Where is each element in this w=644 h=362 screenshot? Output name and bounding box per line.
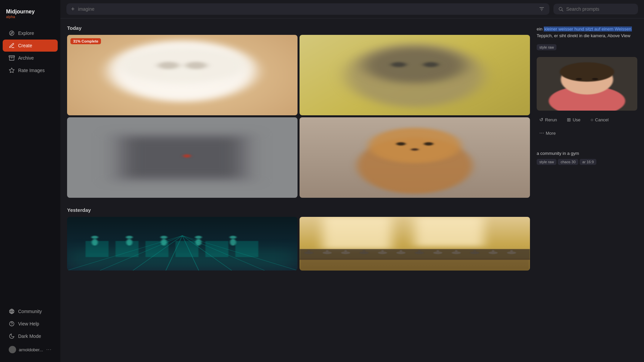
more-icon: ⋯ xyxy=(539,130,544,136)
yesterday-tag: style raw xyxy=(537,159,556,165)
more-button[interactable]: ⋯ More xyxy=(537,129,558,137)
yesterday-image-2[interactable] xyxy=(300,217,530,270)
logo: Midjourney alpha xyxy=(6,9,35,19)
help-circle-icon xyxy=(9,321,15,327)
sidebar-item-rate[interactable]: Rate Images xyxy=(3,64,58,76)
filter-icon xyxy=(539,6,545,12)
search-input[interactable] xyxy=(566,6,633,12)
sidebar-item-explore[interactable]: Explore xyxy=(3,27,58,39)
logo-area: Midjourney alpha xyxy=(0,5,60,27)
svg-point-5 xyxy=(9,309,14,314)
content-area: Today 31% Complete xyxy=(60,18,644,362)
nav-label-create: Create xyxy=(18,43,32,48)
nav-label-archive: Archive xyxy=(18,55,34,61)
sidebar-bottom: Community View Help Dark Mode arnoldober… xyxy=(0,305,60,357)
image-cell-1[interactable]: 31% Complete xyxy=(67,35,298,115)
feed-area: Today 31% Complete xyxy=(67,25,530,355)
yesterday-prompt-text: a community in a gym xyxy=(537,150,637,157)
image-cell-3[interactable] xyxy=(67,117,298,198)
rerun-label: Rerun xyxy=(545,117,557,122)
yesterday-section-title: Yesterday xyxy=(67,207,530,213)
nav-label-community: Community xyxy=(18,309,42,314)
yesterday-tag: chaos 30 xyxy=(558,159,578,165)
use-button[interactable]: ⊞ Use xyxy=(564,115,583,124)
cancel-icon: ○ xyxy=(591,117,593,122)
image-cell-4[interactable] xyxy=(300,117,530,198)
yesterday-side-panel: a community in a gym style rawchaos 30ar… xyxy=(537,150,637,165)
action-bar: ↺ Rerun ⊞ Use ○ Cancel ⋯ More xyxy=(537,115,637,137)
nav-label-viewhelp: View Help xyxy=(18,321,39,326)
preview-card[interactable] xyxy=(537,57,637,111)
svg-point-8 xyxy=(9,321,14,326)
filter-button[interactable] xyxy=(539,6,545,12)
svg-marker-1 xyxy=(11,32,13,34)
svg-point-0 xyxy=(9,31,14,36)
prompt-suffix: Teppich, er siht direkt in die kamera, A… xyxy=(537,33,630,38)
moon-icon xyxy=(9,333,15,339)
archive-icon xyxy=(9,55,15,61)
prompt-text-area: ein kleiner weisser hund sitzt auf einem… xyxy=(537,26,637,39)
star-icon xyxy=(9,67,15,73)
prompt-prefix: ein xyxy=(537,26,544,32)
sidebar-item-community[interactable]: Community xyxy=(3,305,58,317)
avatar xyxy=(9,346,16,353)
image-cell-2[interactable] xyxy=(300,35,530,115)
pen-icon xyxy=(9,43,15,49)
yesterday-tag: ar 16:9 xyxy=(580,159,596,165)
compass-icon xyxy=(9,30,15,36)
today-image-grid: 31% Complete xyxy=(67,35,530,198)
yesterday-style-tags: style rawchaos 30ar 16:9 xyxy=(537,157,637,165)
username-label: arnoldober... xyxy=(19,347,43,352)
sidebar-item-viewhelp[interactable]: View Help xyxy=(3,318,58,330)
prompt-highlight-1: kleiner weisser hund sitzt auf einem Wei… xyxy=(544,26,632,32)
topbar: + xyxy=(60,0,644,18)
imagine-input[interactable] xyxy=(78,6,535,12)
app-name: Midjourney xyxy=(6,9,35,15)
today-section-title: Today xyxy=(67,25,530,31)
cancel-button[interactable]: ○ Cancel xyxy=(588,115,611,124)
imagine-input-wrapper: + xyxy=(66,3,549,15)
rerun-icon: ↺ xyxy=(539,117,543,122)
rerun-button[interactable]: ↺ Rerun xyxy=(537,115,559,124)
use-icon: ⊞ xyxy=(567,117,571,122)
bottom-nav-items: Community View Help Dark Mode xyxy=(0,305,60,343)
progress-badge: 31% Complete xyxy=(70,38,101,44)
user-menu-dots[interactable]: ··· xyxy=(46,347,52,353)
main-area: + Today 31% Complete xyxy=(60,0,644,362)
alpha-badge: alpha xyxy=(6,15,35,19)
yesterday-image-grid xyxy=(67,217,530,270)
search-bar xyxy=(553,4,638,14)
sidebar-item-darkmode[interactable]: Dark Mode xyxy=(3,330,58,342)
svg-marker-4 xyxy=(9,68,14,72)
nav-label-rate: Rate Images xyxy=(18,68,45,73)
user-profile-item[interactable]: arnoldober... ··· xyxy=(3,343,58,356)
yesterday-image-1[interactable] xyxy=(67,217,298,270)
nav-label-darkmode: Dark Mode xyxy=(18,334,41,339)
svg-line-14 xyxy=(562,10,563,11)
svg-rect-2 xyxy=(9,56,15,57)
use-label: Use xyxy=(573,117,580,122)
globe-icon xyxy=(9,308,15,314)
more-label: More xyxy=(546,131,556,136)
sidebar: Midjourney alpha Explore Create Archive … xyxy=(0,0,60,362)
nav-label-explore: Explore xyxy=(18,31,34,36)
style-tag-raw: style raw xyxy=(537,44,556,50)
nav-items: Explore Create Archive Rate Images xyxy=(0,27,60,77)
side-panel: ein kleiner weisser hund sitzt auf einem… xyxy=(537,25,637,355)
sidebar-item-archive[interactable]: Archive xyxy=(3,52,58,64)
cancel-label: Cancel xyxy=(595,117,608,122)
sidebar-item-create[interactable]: Create xyxy=(3,40,58,52)
style-tags-today: style raw xyxy=(537,42,637,50)
search-icon xyxy=(558,6,564,12)
plus-button[interactable]: + xyxy=(71,6,75,12)
